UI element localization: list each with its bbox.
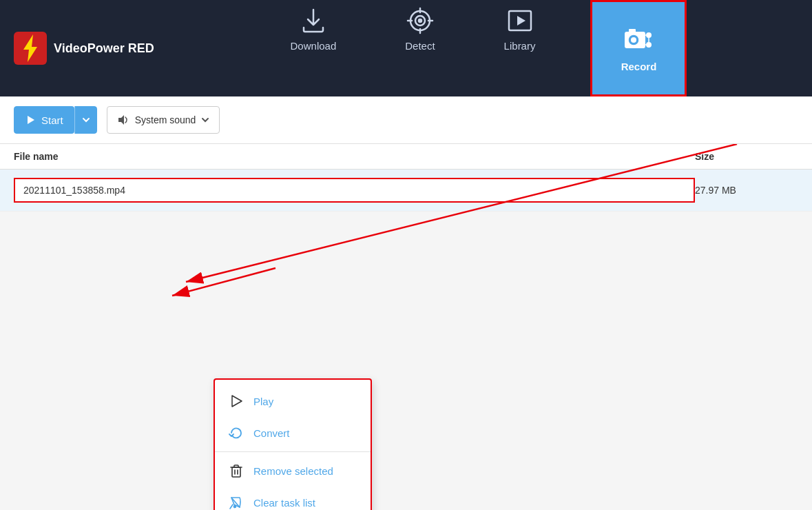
svg-line-27 — [230, 504, 233, 509]
record-icon — [623, 25, 654, 55]
app-logo-icon — [14, 32, 47, 65]
menu-divider-1 — [215, 451, 371, 452]
svg-line-32 — [172, 268, 275, 296]
menu-item-remove[interactable]: Remove selected — [215, 455, 371, 487]
nav-library-label: Library — [504, 40, 536, 52]
sound-dropdown-icon — [201, 116, 209, 124]
svg-point-4 — [419, 19, 421, 22]
nav-items: Download Detect Library — [165, 0, 798, 96]
app-header: VideoPower RED Download Detect — [0, 0, 812, 96]
file-name-cell: 20211101_153858.mp4 — [14, 178, 695, 203]
col-size-header: Size — [695, 151, 798, 162]
menu-item-play[interactable]: Play — [215, 385, 371, 417]
sound-label: System sound — [135, 114, 196, 125]
logo-area: VideoPower RED — [14, 32, 165, 65]
nav-item-download[interactable]: Download — [277, 0, 351, 96]
col-filename-header: File name — [14, 151, 680, 162]
menu-remove-label: Remove selected — [253, 465, 333, 477]
library-icon — [506, 7, 534, 34]
trash-menu-icon — [229, 463, 244, 478]
file-size-cell: 27.97 MB — [695, 185, 798, 196]
context-menu: Play Convert Remove selected — [214, 378, 372, 510]
convert-menu-icon — [229, 425, 244, 440]
table-header: File name Size — [0, 144, 812, 170]
svg-rect-23 — [232, 467, 240, 477]
play-menu-icon — [229, 394, 244, 409]
nav-item-record[interactable]: Record — [590, 0, 687, 96]
svg-marker-20 — [28, 116, 34, 124]
start-button[interactable]: Start — [14, 106, 74, 134]
svg-point-13 — [631, 37, 636, 43]
nav-item-detect[interactable]: Detect — [391, 0, 448, 96]
menu-item-clear[interactable]: Clear task list — [215, 487, 371, 510]
svg-rect-14 — [629, 29, 636, 32]
play-icon — [25, 114, 36, 125]
menu-clear-label: Clear task list — [253, 497, 315, 509]
download-icon — [300, 7, 327, 34]
start-label: Start — [41, 114, 63, 126]
chevron-down-icon — [82, 116, 90, 124]
svg-marker-22 — [232, 396, 242, 407]
start-dropdown-button[interactable] — [74, 106, 97, 134]
nav-item-library[interactable]: Library — [490, 0, 550, 96]
menu-item-convert[interactable]: Convert — [215, 417, 371, 449]
table-row[interactable]: 20211101_153858.mp4 27.97 MB — [0, 170, 812, 212]
menu-convert-label: Convert — [253, 427, 290, 439]
start-btn-group: Start — [14, 106, 97, 134]
nav-detect-label: Detect — [405, 40, 435, 52]
detect-icon — [406, 7, 434, 34]
nav-record-label: Record — [621, 61, 657, 72]
svg-marker-21 — [118, 115, 124, 125]
sound-selector-button[interactable]: System sound — [107, 106, 220, 134]
menu-play-label: Play — [253, 396, 273, 407]
svg-point-15 — [646, 32, 652, 38]
app-title: VideoPower RED — [54, 41, 154, 56]
svg-point-16 — [646, 42, 652, 48]
nav-download-label: Download — [291, 40, 337, 52]
svg-marker-10 — [517, 16, 525, 26]
toolbar: Start System sound — [0, 96, 812, 144]
sound-icon — [117, 114, 129, 126]
svg-point-28 — [234, 506, 236, 508]
clear-menu-icon — [229, 495, 244, 510]
content-area: File name Size 20211101_153858.mp4 27.97… — [0, 144, 812, 510]
